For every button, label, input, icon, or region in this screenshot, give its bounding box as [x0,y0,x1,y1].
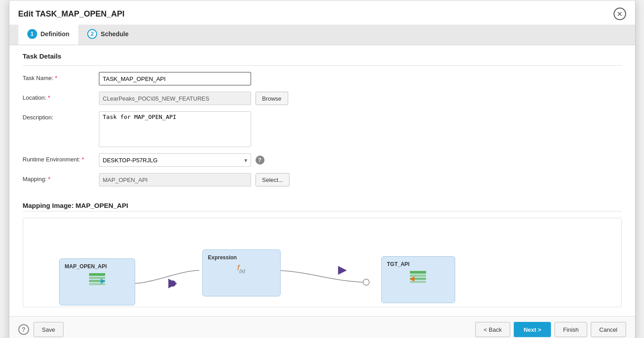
location-label: Location: * [23,92,94,101]
next-button[interactable]: Next > [514,322,551,337]
tab-schedule-number: 2 [87,29,97,39]
mapping-divider [23,211,622,211]
select-mapping-button[interactable]: Select... [256,173,290,186]
browse-button[interactable]: Browse [256,92,288,105]
source-table-icon [88,272,106,288]
tab-schedule[interactable]: 2 Schedule [78,25,137,45]
task-details-title: Task Details [23,52,622,60]
node-target-icon-row [387,270,449,286]
mapping-row: Mapping: * Select... [23,173,622,186]
dialog-title: Edit TASK_MAP_OPEN_API [18,9,125,19]
node-expression-title: Expression [208,254,275,261]
dialog-header: Edit TASK_MAP_OPEN_API ✕ [9,0,635,25]
node-source-title: MAP_OPEN_API [65,263,129,270]
mapping-canvas: MAP_OPEN_API [23,218,622,307]
finish-button[interactable]: Finish [554,322,587,337]
description-input[interactable]: Task for MAP_OPEN_API [99,111,251,147]
cancel-button[interactable]: Cancel [591,322,626,337]
runtime-label: Runtime Environment: * [23,153,94,163]
flow-arrow-1 [168,279,177,288]
flow-line-1 [133,270,199,283]
node-source-icon-row [65,272,129,288]
task-name-row: Task Name: * [23,72,622,85]
node-source: MAP_OPEN_API [59,258,135,305]
task-name-required: * [55,75,57,81]
footer-left: ? Save [18,322,64,337]
footer-right: < Back Next > Finish Cancel [475,322,626,337]
location-input[interactable] [99,92,251,105]
task-details-section: Task Details Task Name: * Location: * Br… [9,45,635,197]
runtime-select[interactable]: DESKTOP-P57RJLG [99,153,251,167]
target-table-icon [409,270,427,286]
tab-schedule-label: Schedule [101,30,128,38]
tab-definition[interactable]: 1 Definition [18,25,79,45]
connector-circle-2 [363,279,369,285]
connector-dot-1 [170,280,176,287]
svg-rect-6 [410,275,426,277]
save-button[interactable]: Save [34,322,64,337]
dialog-body: Task Details Task Name: * Location: * Br… [9,45,635,316]
svg-rect-1 [89,277,105,279]
runtime-select-wrap: DESKTOP-P57RJLG ▾ [99,153,251,167]
help-button[interactable]: ? [18,324,29,335]
tab-definition-number: 1 [27,29,37,39]
close-button[interactable]: ✕ [614,8,626,20]
node-target-title: TGT_API [387,261,449,267]
back-button[interactable]: < Back [475,322,510,337]
runtime-row: Runtime Environment: * DESKTOP-P57RJLG ▾… [23,153,622,167]
dialog-footer: ? Save < Back Next > Finish Cancel [9,316,635,338]
svg-rect-3 [89,283,105,285]
task-name-label: Task Name: * [23,72,94,81]
flow-arrow-2 [338,266,347,275]
help-icon[interactable]: ? [256,156,264,165]
task-name-input[interactable] [99,72,251,85]
svg-rect-5 [410,271,426,274]
flow-line-2 [273,270,366,283]
svg-rect-0 [89,273,105,276]
tab-definition-label: Definition [41,30,70,38]
section-divider [23,65,622,66]
node-target: TGT_API [381,256,455,303]
location-row: Location: * Browse [23,92,622,105]
mapping-image-section: Mapping Image: MAP_OPEN_API [9,197,635,316]
mapping-image-title: Mapping Image: MAP_OPEN_API [23,202,622,209]
mapping-input[interactable] [99,173,251,186]
mapping-label: Mapping: * [23,173,94,182]
description-label: Description: [23,111,94,121]
expression-icon: f(x) [237,263,245,274]
node-expression-icon-row: f(x) [208,263,275,274]
tabs-bar: 1 Definition 2 Schedule [9,25,635,45]
node-expression: Expression f(x) [202,249,281,296]
edit-dialog: Edit TASK_MAP_OPEN_API ✕ 1 Definition 2 … [9,0,635,338]
description-row: Description: Task for MAP_OPEN_API [23,111,622,147]
svg-rect-8 [410,281,426,283]
